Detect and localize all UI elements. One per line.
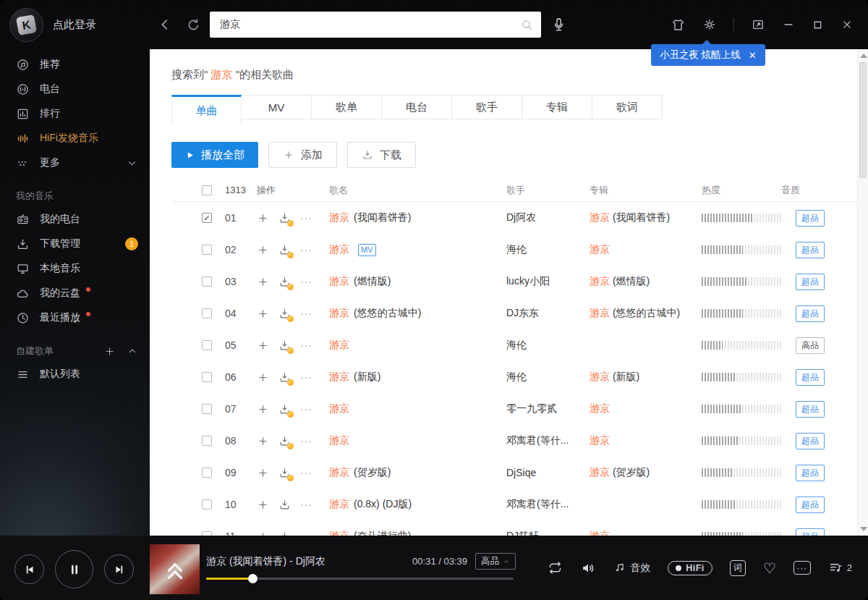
add-to-playlist-icon[interactable] — [257, 212, 269, 224]
row-more-icon[interactable]: ··· — [300, 467, 312, 478]
row-more-icon[interactable]: ··· — [300, 435, 312, 447]
quality-selector[interactable]: 高品 — [475, 553, 516, 570]
album-keyword[interactable]: 游京 — [590, 402, 610, 414]
download-song-icon[interactable] — [278, 531, 291, 536]
song-suffix[interactable]: (新版) — [354, 371, 380, 384]
album-suffix[interactable]: (燃情版) — [613, 275, 650, 287]
album-keyword[interactable]: 游京 — [590, 243, 610, 255]
sidebar-item[interactable]: 我的云盘 — [0, 281, 150, 305]
song-keyword[interactable]: 游京 — [329, 402, 349, 415]
song-row[interactable]: ✓ 11 ··· 游京 (奋斗进行曲) DJ筱轩 游京 超品 — [171, 520, 857, 536]
quality-badge[interactable]: 超品 — [796, 274, 825, 290]
quality-badge[interactable]: 超品 — [796, 305, 825, 322]
select-all-checkbox[interactable] — [202, 185, 212, 195]
song-row[interactable]: ✓ 02 ··· 游京 MV 海伦 游京 超品 — [171, 234, 857, 266]
singer-name[interactable]: DJ筱轩 — [506, 530, 590, 536]
sidebar-item[interactable]: 排行 — [0, 101, 150, 126]
sidebar-item[interactable]: HiFi发烧音乐 — [0, 126, 150, 151]
album-keyword[interactable]: 游京 — [590, 275, 610, 287]
song-suffix[interactable]: (奋斗进行曲) — [354, 530, 411, 536]
singer-name[interactable]: 海伦 — [506, 243, 590, 256]
add-to-playlist-icon[interactable] — [257, 244, 269, 256]
scroll-down-arrow[interactable] — [860, 527, 867, 531]
song-row[interactable]: ✓ 09 ··· 游京 (贺岁版) DjSiqe 游京 (贺岁版) 超品 — [171, 457, 857, 489]
add-to-playlist-icon[interactable] — [257, 435, 269, 447]
result-tab[interactable]: MV — [242, 95, 312, 119]
song-row[interactable]: ✓ 06 ··· 游京 (新版) 海伦 游京 (新版) 超品 — [171, 361, 857, 393]
singer-name[interactable]: 零一九零贰 — [506, 402, 590, 415]
sidebar-item[interactable]: 电台 — [0, 77, 150, 101]
download-song-icon[interactable] — [278, 435, 291, 447]
search-input[interactable] — [220, 19, 520, 30]
song-keyword[interactable]: 游京 — [329, 530, 349, 536]
add-playlist-icon[interactable] — [103, 345, 116, 358]
row-more-icon[interactable]: ··· — [300, 339, 312, 351]
song-keyword[interactable]: 游京 — [329, 466, 349, 479]
album-suffix[interactable]: (贺岁版) — [613, 466, 650, 478]
hifi-toggle[interactable]: HiFi — [668, 561, 712, 575]
add-button[interactable]: 添加 — [268, 142, 337, 168]
login-area[interactable]: K 点此登录 — [0, 8, 150, 42]
maximize-icon[interactable] — [812, 19, 824, 31]
content-scrollbar[interactable] — [857, 49, 868, 536]
skin-shirt-icon[interactable] — [671, 17, 686, 33]
microphone-icon[interactable] — [550, 17, 567, 33]
download-button[interactable]: 下载 — [347, 142, 416, 168]
scroll-up-arrow[interactable] — [860, 54, 867, 58]
row-checkbox[interactable]: ✓ — [202, 499, 212, 510]
back-icon[interactable] — [157, 17, 173, 33]
previous-track-button[interactable] — [14, 554, 44, 584]
add-to-playlist-icon[interactable] — [257, 339, 269, 352]
download-song-icon[interactable] — [278, 244, 291, 256]
favorite-heart-icon[interactable]: ♡ — [763, 559, 776, 577]
result-tab[interactable]: 电台 — [382, 95, 452, 119]
sidebar-item[interactable]: 最近播放 — [0, 305, 150, 330]
add-to-playlist-icon[interactable] — [257, 308, 269, 320]
pause-button[interactable] — [55, 550, 93, 588]
chevron-down-icon[interactable] — [126, 157, 138, 169]
row-more-icon[interactable]: ··· — [300, 244, 312, 255]
row-more-icon[interactable]: ··· — [300, 499, 312, 510]
singer-name[interactable]: lucky小阳 — [506, 275, 590, 288]
song-keyword[interactable]: 游京 — [329, 211, 349, 224]
sidebar-item[interactable]: 本地音乐 — [0, 256, 150, 281]
song-row[interactable]: ✓ 01 ··· 游京 (我闻着饼香) Dj阿农 游京 (我闻着饼香) 超品 — [171, 202, 857, 234]
sidebar-item[interactable]: 推荐 — [0, 52, 150, 77]
quality-badge[interactable]: 超品 — [796, 528, 825, 536]
result-tab[interactable]: 歌手 — [452, 95, 522, 119]
album-suffix[interactable]: (新版) — [613, 371, 639, 382]
download-song-icon[interactable] — [278, 212, 291, 224]
singer-name[interactable]: Dj阿农 — [506, 211, 590, 224]
search-icon[interactable] — [520, 18, 534, 32]
download-song-icon[interactable] — [278, 371, 291, 384]
more-options-button[interactable]: ··· — [793, 561, 811, 575]
row-more-icon[interactable]: ··· — [300, 531, 312, 536]
download-song-icon[interactable] — [278, 276, 291, 288]
lyrics-button[interactable]: 词 — [730, 560, 746, 576]
progress-slider[interactable] — [206, 578, 514, 580]
album-suffix[interactable]: (悠悠的古城中) — [613, 307, 680, 318]
song-keyword[interactable]: 游京 — [329, 339, 349, 352]
row-checkbox[interactable]: ✓ — [202, 340, 212, 350]
row-checkbox[interactable]: ✓ — [202, 404, 212, 414]
singer-name[interactable]: 邓寓君(等什... — [506, 434, 590, 447]
song-keyword[interactable]: 游京 — [329, 275, 349, 288]
add-to-playlist-icon[interactable] — [257, 531, 269, 536]
singer-name[interactable]: DjSiqe — [506, 467, 590, 478]
add-to-playlist-icon[interactable] — [257, 467, 269, 479]
add-to-playlist-icon[interactable] — [257, 276, 269, 288]
row-more-icon[interactable]: ··· — [300, 403, 312, 415]
repeat-mode-icon[interactable] — [548, 560, 563, 575]
download-song-icon[interactable] — [278, 403, 291, 415]
singer-name[interactable]: 海伦 — [506, 339, 590, 352]
album-keyword[interactable]: 游京 — [590, 434, 610, 446]
album-keyword[interactable]: 游京 — [590, 307, 610, 318]
row-checkbox[interactable]: ✓ — [202, 468, 212, 478]
row-checkbox[interactable]: ✓ — [202, 308, 212, 318]
song-row[interactable]: ✓ 05 ··· 游京 海伦 高品 — [171, 329, 857, 361]
row-checkbox[interactable]: ✓ — [202, 245, 212, 255]
song-suffix[interactable]: (悠悠的古城中) — [354, 307, 421, 320]
collapse-icon[interactable] — [127, 345, 138, 357]
song-row[interactable]: ✓ 03 ··· 游京 (燃情版) lucky小阳 游京 (燃情版) 超品 — [171, 266, 857, 297]
download-song-icon[interactable] — [278, 467, 291, 479]
